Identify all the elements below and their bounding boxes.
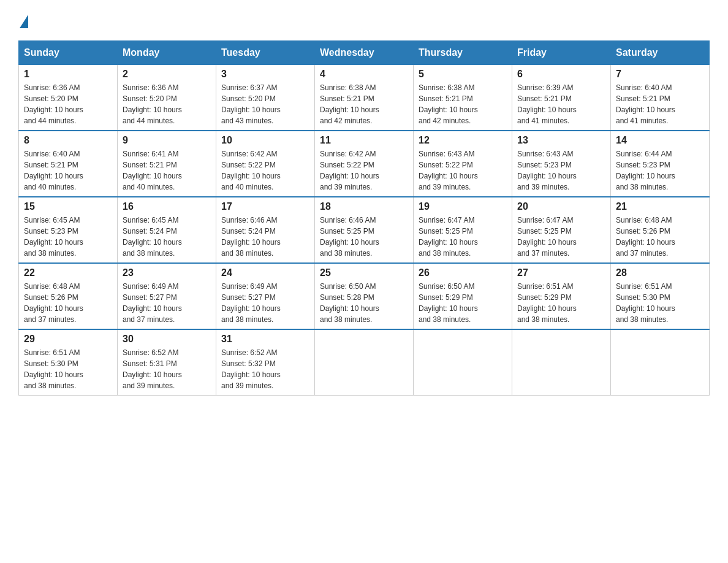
calendar-header-friday: Friday (512, 41, 611, 65)
calendar-header-wednesday: Wednesday (315, 41, 414, 65)
calendar-cell: 11 Sunrise: 6:42 AM Sunset: 5:22 PM Dayl… (315, 131, 414, 197)
day-number: 8 (24, 135, 112, 146)
calendar-header-thursday: Thursday (414, 41, 512, 65)
calendar-week-row: 15 Sunrise: 6:45 AM Sunset: 5:23 PM Dayl… (19, 197, 710, 263)
calendar-week-row: 29 Sunrise: 6:51 AM Sunset: 5:30 PM Dayl… (19, 329, 710, 396)
calendar-cell: 21 Sunrise: 6:48 AM Sunset: 5:26 PM Dayl… (611, 197, 710, 263)
day-number: 9 (123, 135, 211, 146)
calendar-cell: 27 Sunrise: 6:51 AM Sunset: 5:29 PM Dayl… (512, 263, 611, 329)
calendar-cell: 30 Sunrise: 6:52 AM Sunset: 5:31 PM Dayl… (118, 329, 216, 396)
day-info: Sunrise: 6:46 AM Sunset: 5:24 PM Dayligh… (221, 215, 309, 259)
calendar-cell: 13 Sunrise: 6:43 AM Sunset: 5:23 PM Dayl… (512, 131, 611, 197)
calendar-cell (414, 329, 512, 396)
calendar-header-sunday: Sunday (19, 41, 118, 65)
calendar-cell: 12 Sunrise: 6:43 AM Sunset: 5:22 PM Dayl… (414, 131, 512, 197)
day-info: Sunrise: 6:45 AM Sunset: 5:23 PM Dayligh… (24, 215, 112, 259)
day-info: Sunrise: 6:43 AM Sunset: 5:22 PM Dayligh… (419, 148, 507, 193)
day-info: Sunrise: 6:52 AM Sunset: 5:31 PM Dayligh… (123, 347, 211, 391)
day-number: 18 (320, 201, 408, 212)
day-info: Sunrise: 6:40 AM Sunset: 5:21 PM Dayligh… (24, 148, 112, 193)
calendar-cell: 1 Sunrise: 6:36 AM Sunset: 5:20 PM Dayli… (19, 65, 118, 131)
day-info: Sunrise: 6:46 AM Sunset: 5:25 PM Dayligh… (320, 215, 408, 259)
day-number: 11 (320, 135, 408, 146)
day-number: 5 (419, 69, 507, 80)
day-number: 31 (221, 334, 309, 345)
day-number: 30 (123, 334, 211, 345)
day-number: 25 (320, 267, 408, 278)
calendar-cell: 3 Sunrise: 6:37 AM Sunset: 5:20 PM Dayli… (216, 65, 315, 131)
calendar-cell (512, 329, 611, 396)
calendar-week-row: 8 Sunrise: 6:40 AM Sunset: 5:21 PM Dayli… (19, 131, 710, 197)
day-info: Sunrise: 6:50 AM Sunset: 5:29 PM Dayligh… (419, 281, 507, 325)
day-info: Sunrise: 6:41 AM Sunset: 5:21 PM Dayligh… (123, 148, 211, 193)
calendar-cell: 26 Sunrise: 6:50 AM Sunset: 5:29 PM Dayl… (414, 263, 512, 329)
day-number: 13 (517, 135, 605, 146)
day-number: 22 (24, 267, 112, 278)
day-number: 24 (221, 267, 309, 278)
day-number: 21 (616, 201, 704, 212)
day-info: Sunrise: 6:40 AM Sunset: 5:21 PM Dayligh… (616, 82, 704, 126)
calendar-cell: 20 Sunrise: 6:47 AM Sunset: 5:25 PM Dayl… (512, 197, 611, 263)
day-number: 16 (123, 201, 211, 212)
day-info: Sunrise: 6:49 AM Sunset: 5:27 PM Dayligh… (221, 281, 309, 325)
calendar-header-tuesday: Tuesday (216, 41, 315, 65)
calendar-cell: 23 Sunrise: 6:49 AM Sunset: 5:27 PM Dayl… (118, 263, 216, 329)
page-header (18, 12, 710, 28)
calendar-header-saturday: Saturday (611, 41, 710, 65)
calendar-table: SundayMondayTuesdayWednesdayThursdayFrid… (18, 40, 710, 396)
day-number: 6 (517, 69, 605, 80)
calendar-cell: 15 Sunrise: 6:45 AM Sunset: 5:23 PM Dayl… (19, 197, 118, 263)
day-info: Sunrise: 6:45 AM Sunset: 5:24 PM Dayligh… (123, 215, 211, 259)
day-info: Sunrise: 6:42 AM Sunset: 5:22 PM Dayligh… (320, 148, 408, 193)
calendar-header-monday: Monday (118, 41, 216, 65)
day-info: Sunrise: 6:51 AM Sunset: 5:29 PM Dayligh… (517, 281, 605, 325)
calendar-cell: 6 Sunrise: 6:39 AM Sunset: 5:21 PM Dayli… (512, 65, 611, 131)
day-info: Sunrise: 6:52 AM Sunset: 5:32 PM Dayligh… (221, 347, 309, 391)
day-number: 10 (221, 135, 309, 146)
day-info: Sunrise: 6:38 AM Sunset: 5:21 PM Dayligh… (320, 82, 408, 126)
day-number: 23 (123, 267, 211, 278)
day-number: 1 (24, 69, 112, 80)
calendar-cell: 4 Sunrise: 6:38 AM Sunset: 5:21 PM Dayli… (315, 65, 414, 131)
day-number: 3 (221, 69, 309, 80)
day-number: 12 (419, 135, 507, 146)
calendar-cell: 10 Sunrise: 6:42 AM Sunset: 5:22 PM Dayl… (216, 131, 315, 197)
day-number: 4 (320, 69, 408, 80)
calendar-cell: 16 Sunrise: 6:45 AM Sunset: 5:24 PM Dayl… (118, 197, 216, 263)
calendar-cell: 24 Sunrise: 6:49 AM Sunset: 5:27 PM Dayl… (216, 263, 315, 329)
calendar-header-row: SundayMondayTuesdayWednesdayThursdayFrid… (19, 41, 710, 65)
day-info: Sunrise: 6:48 AM Sunset: 5:26 PM Dayligh… (616, 215, 704, 259)
calendar-cell: 7 Sunrise: 6:40 AM Sunset: 5:21 PM Dayli… (611, 65, 710, 131)
day-info: Sunrise: 6:51 AM Sunset: 5:30 PM Dayligh… (616, 281, 704, 325)
calendar-week-row: 22 Sunrise: 6:48 AM Sunset: 5:26 PM Dayl… (19, 263, 710, 329)
calendar-week-row: 1 Sunrise: 6:36 AM Sunset: 5:20 PM Dayli… (19, 65, 710, 131)
day-number: 27 (517, 267, 605, 278)
day-info: Sunrise: 6:36 AM Sunset: 5:20 PM Dayligh… (123, 82, 211, 126)
day-info: Sunrise: 6:43 AM Sunset: 5:23 PM Dayligh… (517, 148, 605, 193)
day-info: Sunrise: 6:50 AM Sunset: 5:28 PM Dayligh… (320, 281, 408, 325)
day-info: Sunrise: 6:51 AM Sunset: 5:30 PM Dayligh… (24, 347, 112, 391)
day-number: 26 (419, 267, 507, 278)
logo (18, 12, 28, 28)
calendar-cell (315, 329, 414, 396)
day-info: Sunrise: 6:48 AM Sunset: 5:26 PM Dayligh… (24, 281, 112, 325)
calendar-cell: 17 Sunrise: 6:46 AM Sunset: 5:24 PM Dayl… (216, 197, 315, 263)
day-number: 14 (616, 135, 704, 146)
logo-triangle-icon (20, 15, 28, 28)
day-info: Sunrise: 6:37 AM Sunset: 5:20 PM Dayligh… (221, 82, 309, 126)
day-number: 19 (419, 201, 507, 212)
calendar-cell: 9 Sunrise: 6:41 AM Sunset: 5:21 PM Dayli… (118, 131, 216, 197)
day-info: Sunrise: 6:47 AM Sunset: 5:25 PM Dayligh… (517, 215, 605, 259)
calendar-cell: 22 Sunrise: 6:48 AM Sunset: 5:26 PM Dayl… (19, 263, 118, 329)
calendar-cell: 5 Sunrise: 6:38 AM Sunset: 5:21 PM Dayli… (414, 65, 512, 131)
calendar-cell (611, 329, 710, 396)
day-info: Sunrise: 6:49 AM Sunset: 5:27 PM Dayligh… (123, 281, 211, 325)
day-info: Sunrise: 6:38 AM Sunset: 5:21 PM Dayligh… (419, 82, 507, 126)
calendar-cell: 31 Sunrise: 6:52 AM Sunset: 5:32 PM Dayl… (216, 329, 315, 396)
day-number: 7 (616, 69, 704, 80)
day-number: 20 (517, 201, 605, 212)
day-number: 15 (24, 201, 112, 212)
day-number: 29 (24, 334, 112, 345)
day-number: 17 (221, 201, 309, 212)
day-number: 2 (123, 69, 211, 80)
